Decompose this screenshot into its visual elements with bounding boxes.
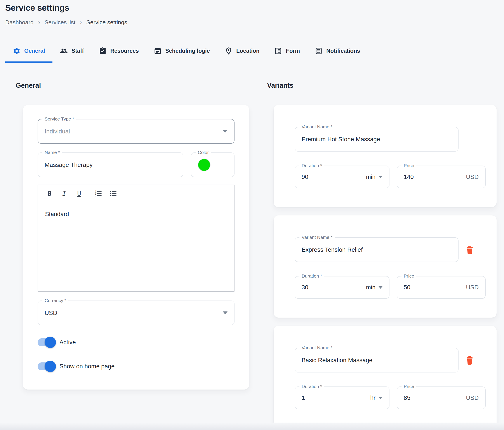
- service-settings-page: Service settings Dashboard › Services li…: [0, 0, 504, 430]
- service-type-value: Individual: [45, 128, 70, 135]
- bold-button[interactable]: B: [43, 187, 55, 200]
- list-box-icon: [315, 47, 323, 55]
- description-editor: B I U 123 Standard: [38, 185, 234, 292]
- tab-scheduling-logic[interactable]: Scheduling logic: [146, 40, 217, 63]
- people-icon: [60, 47, 68, 55]
- color-swatch[interactable]: [198, 159, 210, 171]
- variant-card: Variant Name * Premium Hot Stone Massage…: [274, 105, 496, 207]
- tab-label: Notifications: [326, 48, 360, 54]
- duration-unit-value: min: [366, 174, 376, 180]
- clipboard-check-icon: [99, 47, 107, 55]
- tab-label: Staff: [72, 48, 84, 54]
- page-title: Service settings: [5, 3, 504, 13]
- chevron-down-icon: [378, 397, 382, 399]
- breadcrumb-item-dashboard[interactable]: Dashboard: [5, 18, 34, 26]
- delete-variant-button[interactable]: [465, 355, 475, 365]
- chevron-down-icon: [223, 311, 227, 314]
- duration-unit-select[interactable]: min: [366, 174, 382, 180]
- map-pin-icon: [225, 47, 233, 55]
- currency-value: USD: [45, 310, 57, 317]
- tab-form[interactable]: Form: [267, 40, 307, 63]
- variants-heading: Variants: [267, 81, 497, 90]
- color-field[interactable]: Color: [191, 152, 234, 177]
- general-section: General Service Type * Individual Name *…: [16, 81, 249, 390]
- duration-value: 30: [302, 284, 308, 291]
- tab-bar: General Staff Resources Scheduling logic…: [5, 40, 504, 63]
- price-currency-suffix: USD: [466, 284, 479, 291]
- breadcrumb-item-current: Service settings: [86, 18, 127, 26]
- delete-variant-button[interactable]: [465, 245, 475, 255]
- duration-field[interactable]: Duration * 90 min: [295, 165, 389, 188]
- service-type-label: Service Type *: [42, 116, 76, 122]
- tab-label: Resources: [110, 48, 139, 54]
- price-value: 140: [404, 174, 414, 180]
- active-toggle[interactable]: [38, 337, 55, 348]
- underline-button[interactable]: U: [73, 187, 85, 200]
- general-heading: General: [16, 81, 249, 90]
- tab-label: Scheduling logic: [165, 48, 210, 54]
- currency-select[interactable]: Currency * USD: [38, 301, 234, 325]
- price-currency-suffix: USD: [466, 174, 479, 180]
- breadcrumb-item-services-list[interactable]: Services list: [45, 18, 75, 26]
- toggle-thumb: [45, 337, 56, 348]
- duration-field[interactable]: Duration * 30 min: [295, 276, 389, 299]
- price-field[interactable]: Price 50 USD: [397, 276, 486, 299]
- variant-name-label: Variant Name *: [299, 234, 335, 240]
- toggle-thumb: [45, 361, 56, 372]
- chevron-down-icon: [378, 176, 382, 178]
- tab-label: General: [24, 48, 45, 54]
- name-label: Name *: [42, 149, 62, 155]
- tab-location[interactable]: Location: [217, 40, 267, 63]
- italic-button[interactable]: I: [58, 187, 70, 200]
- breadcrumb: Dashboard › Services list › Service sett…: [5, 18, 504, 26]
- variant-name-value: Premium Hot Stone Massage: [302, 136, 380, 143]
- description-text-area[interactable]: Standard: [38, 202, 234, 291]
- bottom-fade: [0, 422, 504, 430]
- price-field[interactable]: Price 140 USD: [397, 165, 486, 188]
- general-card: Service Type * Individual Name * Massage…: [23, 105, 249, 390]
- breadcrumb-separator-icon: ›: [80, 19, 82, 26]
- tab-label: Location: [236, 48, 260, 54]
- currency-label: Currency *: [42, 297, 68, 303]
- tab-resources[interactable]: Resources: [91, 40, 146, 63]
- tab-notifications[interactable]: Notifications: [307, 40, 367, 63]
- duration-unit-value: hr: [370, 394, 376, 401]
- variant-name-field[interactable]: Variant Name * Express Tension Relief: [295, 237, 459, 262]
- duration-value: 90: [302, 174, 308, 180]
- tab-general[interactable]: General: [5, 40, 53, 63]
- variant-card: Variant Name * Express Tension Relief Du…: [274, 215, 496, 318]
- calendar-icon: [154, 47, 162, 55]
- ordered-list-button[interactable]: 123: [92, 187, 104, 200]
- variant-name-field[interactable]: Variant Name * Premium Hot Stone Massage: [295, 127, 459, 152]
- show-on-home-toggle-row: Show on home page: [38, 361, 234, 372]
- trash-icon: [465, 355, 475, 365]
- name-field[interactable]: Name * Massage Therapy: [38, 152, 183, 177]
- trash-icon: [465, 245, 475, 255]
- price-label: Price: [402, 384, 416, 389]
- svg-text:3: 3: [95, 194, 96, 197]
- breadcrumb-separator-icon: ›: [38, 19, 40, 26]
- duration-field[interactable]: Duration * 1 hr: [295, 386, 389, 409]
- bullet-list-icon: [109, 189, 117, 198]
- duration-unit-select[interactable]: hr: [370, 394, 382, 401]
- duration-label: Duration *: [299, 273, 324, 279]
- editor-toolbar: B I U 123: [38, 185, 234, 202]
- duration-unit-select[interactable]: min: [366, 284, 382, 291]
- gear-icon: [13, 47, 20, 55]
- active-toggle-row: Active: [38, 337, 234, 348]
- variant-card: Variant Name * Basic Relaxation Massage …: [274, 326, 496, 428]
- bullet-list-button[interactable]: [107, 187, 119, 200]
- service-type-select[interactable]: Service Type * Individual: [38, 119, 234, 144]
- price-field[interactable]: Price 85 USD: [397, 386, 486, 409]
- variant-name-value: Basic Relaxation Massage: [302, 357, 372, 364]
- ordered-list-icon: 123: [94, 189, 102, 198]
- name-value: Massage Therapy: [45, 161, 93, 168]
- price-label: Price: [402, 273, 416, 279]
- tab-staff[interactable]: Staff: [53, 40, 91, 63]
- active-toggle-label: Active: [59, 339, 76, 346]
- variant-name-value: Express Tension Relief: [302, 246, 363, 253]
- show-on-home-toggle[interactable]: [38, 361, 55, 372]
- duration-unit-value: min: [366, 284, 376, 291]
- variant-name-field[interactable]: Variant Name * Basic Relaxation Massage: [295, 348, 459, 373]
- duration-label: Duration *: [299, 163, 324, 168]
